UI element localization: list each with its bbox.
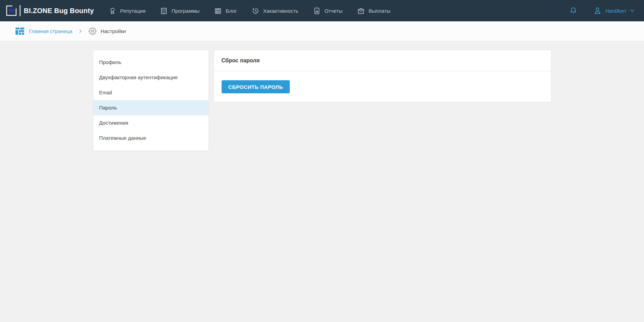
nav-item-label: Программы: [172, 8, 200, 14]
panel-body: СБРОСИТЬ ПАРОЛЬ: [214, 71, 551, 102]
menu-item-2fa[interactable]: Двухфакторная аутентификация: [93, 70, 208, 85]
brand-title: BI.ZONE Bug Bounty: [24, 7, 94, 15]
menu-item-profile[interactable]: Профиль: [93, 55, 208, 70]
nav-item-reports[interactable]: Отчеты: [313, 7, 343, 15]
menu-item-password[interactable]: Пароль: [93, 100, 208, 115]
payout-icon: [357, 7, 365, 15]
reset-password-button[interactable]: СБРОСИТЬ ПАРОЛЬ: [222, 80, 290, 93]
nav-item-programs[interactable]: Программы: [160, 7, 200, 15]
settings-menu-card: Профиль Двухфакторная аутентификация Ema…: [93, 50, 209, 151]
history-icon: [252, 7, 259, 15]
breadcrumb: Главная страница Настройки: [0, 21, 644, 41]
dashboard-icon: [15, 27, 24, 36]
menu-item-payment-data[interactable]: Платежные данные: [93, 131, 208, 146]
breadcrumb-current-label: Настройки: [101, 28, 126, 34]
notifications-bell-icon[interactable]: [569, 6, 578, 15]
nav-item-reputation[interactable]: Репутация: [109, 7, 145, 15]
menu-item-email[interactable]: Email: [93, 85, 208, 100]
nav-item-label: Выплаты: [369, 8, 390, 14]
panel-title: Сброс пароля: [214, 50, 551, 71]
password-reset-panel: Сброс пароля СБРОСИТЬ ПАРОЛЬ: [214, 50, 551, 102]
breadcrumb-home-link[interactable]: Главная страница: [15, 27, 72, 36]
chevron-right-icon: [78, 29, 83, 33]
navbar-right: Han0ken: [569, 6, 635, 15]
nav-item-label: Отчеты: [325, 8, 343, 14]
nav-item-payouts[interactable]: Выплаты: [357, 7, 390, 15]
brand-logo[interactable]: BI.ZONE Bug Bounty: [6, 5, 94, 17]
nav-item-label: Блог: [226, 8, 237, 14]
chevron-down-icon: [630, 8, 635, 13]
top-navbar: BI.ZONE Bug Bounty Репутация: [0, 0, 644, 21]
gear-icon: [89, 27, 96, 35]
breadcrumb-home-label: Главная страница: [29, 28, 72, 34]
newspaper-icon: [214, 7, 222, 15]
nav-item-label: Хакактивность: [263, 8, 298, 14]
medal-icon: [109, 7, 116, 15]
nav-item-blog[interactable]: Блог: [214, 7, 237, 15]
nav-item-hackactivity[interactable]: Хакактивность: [252, 7, 298, 15]
user-name: Han0ken: [605, 8, 626, 14]
report-icon: [313, 7, 321, 15]
logo-divider: [20, 5, 21, 16]
menu-item-achievements[interactable]: Достижения: [93, 115, 208, 131]
building-icon: [160, 7, 168, 15]
user-avatar-icon: [593, 6, 602, 15]
main-nav: Репутация Программы: [109, 7, 390, 15]
nav-item-label: Репутация: [120, 8, 145, 14]
user-menu[interactable]: Han0ken: [593, 6, 635, 15]
settings-page: Профиль Двухфакторная аутентификация Ema…: [93, 50, 551, 151]
bizone-bug-logo-icon: [6, 5, 21, 17]
breadcrumb-current: Настройки: [89, 27, 126, 35]
